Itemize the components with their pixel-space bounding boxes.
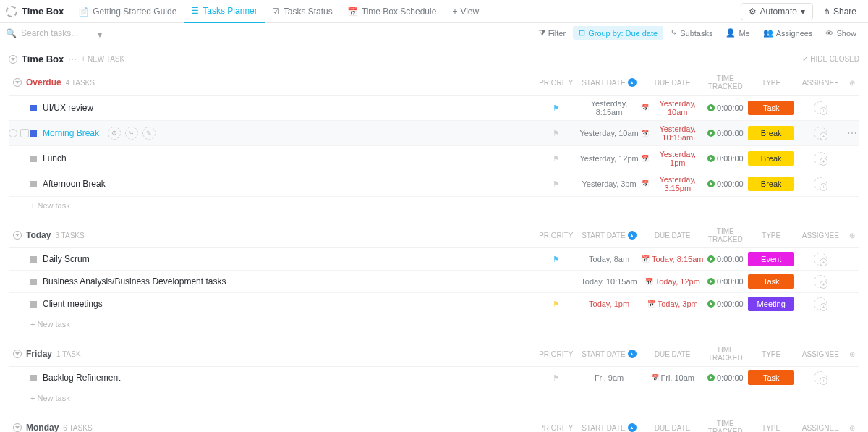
- cell-assignee[interactable]: [796, 253, 845, 266]
- task-row[interactable]: Lunch⚑Yesterday, 12pm📅Yesterday, 1pm0:00…: [9, 146, 859, 171]
- new-task-row[interactable]: + New task: [9, 389, 859, 407]
- cell-type[interactable]: Task: [746, 274, 796, 289]
- group-name[interactable]: Today: [26, 230, 51, 240]
- cell-priority[interactable]: ⚑: [535, 129, 577, 138]
- cell-due-date[interactable]: 📅Yesterday, 1pm: [641, 150, 705, 167]
- cell-due-date[interactable]: 📅Today, 12pm: [641, 277, 705, 286]
- subtask-icon[interactable]: ⤷: [125, 127, 138, 140]
- show-button[interactable]: 👁Show: [820, 27, 862, 40]
- status-square-icon[interactable]: [30, 279, 37, 285]
- cell-type[interactable]: Break: [746, 126, 796, 140]
- me-button[interactable]: 👤Me: [720, 26, 755, 40]
- play-icon[interactable]: [707, 180, 715, 187]
- cell-priority[interactable]: ⚑: [535, 154, 577, 164]
- col-priority[interactable]: PRIORITY: [535, 424, 578, 432]
- tag-icon[interactable]: ⚙: [108, 127, 121, 140]
- col-due-date[interactable]: DUE DATE: [641, 232, 705, 240]
- search-input[interactable]: [21, 28, 93, 38]
- row-select[interactable]: [9, 129, 29, 137]
- cell-type[interactable]: Break: [746, 177, 796, 191]
- task-name[interactable]: Morning Break: [43, 128, 99, 138]
- cell-type[interactable]: Task: [746, 101, 796, 115]
- flag-icon[interactable]: ⚑: [553, 129, 560, 137]
- task-name[interactable]: Backlog Refinement: [43, 373, 120, 383]
- col-due-date[interactable]: DUE DATE: [641, 350, 705, 358]
- col-assignee[interactable]: ASSIGNEE: [796, 424, 845, 432]
- hide-closed-button[interactable]: ✓HIDE CLOSED: [802, 55, 859, 63]
- cell-priority[interactable]: ⚑: [535, 300, 577, 309]
- col-due-date[interactable]: DUE DATE: [641, 424, 705, 432]
- task-row[interactable]: Daily Scrum⚑Today, 8am📅Today, 8:15am0:00…: [9, 248, 859, 271]
- edit-icon[interactable]: ✎: [142, 127, 156, 140]
- task-name[interactable]: Client meetings: [43, 299, 103, 309]
- flag-icon[interactable]: ⚑: [553, 300, 560, 308]
- cell-assignee[interactable]: [796, 127, 845, 140]
- col-assignee[interactable]: ASSIGNEE: [796, 79, 845, 87]
- col-priority[interactable]: PRIORITY: [535, 350, 578, 358]
- col-type[interactable]: TYPE: [746, 232, 796, 240]
- cell-due-date[interactable]: 📅Yesterday, 3:15pm: [641, 175, 705, 192]
- cell-assignee[interactable]: [796, 297, 845, 310]
- task-row[interactable]: Afternoon Break⚑Yesterday, 3pm📅Yesterday…: [9, 171, 859, 197]
- collapse-icon[interactable]: [13, 423, 22, 432]
- task-row[interactable]: Morning Break⚙⤷✎⚑Yesterday, 10am📅Yesterd…: [9, 121, 859, 146]
- group-by-button[interactable]: ⊞Group by: Due date: [573, 26, 663, 40]
- col-start-date[interactable]: START DATE: [577, 350, 641, 358]
- tab-time-box-schedule[interactable]: 📅Time Box Schedule: [340, 0, 444, 23]
- task-row[interactable]: UI/UX review⚑Yesterday, 8:15am📅Yesterday…: [9, 96, 859, 121]
- cell-start-date[interactable]: Yesterday, 3pm: [577, 179, 641, 188]
- status-square-icon[interactable]: [30, 301, 37, 308]
- cell-time-tracked[interactable]: 0:00:00: [705, 373, 746, 382]
- task-name[interactable]: Lunch: [43, 153, 67, 164]
- cell-priority[interactable]: ⚑: [535, 103, 577, 113]
- col-assignee[interactable]: ASSIGNEE: [796, 350, 845, 358]
- flag-icon[interactable]: ⚑: [553, 103, 560, 112]
- play-icon[interactable]: [707, 300, 715, 308]
- cell-start-date[interactable]: Today, 8am: [577, 255, 641, 263]
- col-type[interactable]: TYPE: [746, 350, 796, 358]
- add-column-button[interactable]: ⊕: [846, 424, 860, 432]
- collapse-icon[interactable]: [13, 350, 22, 358]
- cell-due-date[interactable]: 📅Yesterday, 10:15am: [641, 124, 705, 142]
- cell-start-date[interactable]: Fri, 9am: [577, 373, 641, 382]
- new-task-row[interactable]: + New task: [9, 197, 859, 214]
- new-task-row[interactable]: + New task: [9, 315, 859, 333]
- task-name[interactable]: Afternoon Break: [43, 179, 106, 189]
- cell-due-date[interactable]: 📅Fri, 10am: [641, 373, 705, 382]
- cell-more[interactable]: ⋯: [846, 127, 859, 139]
- cell-time-tracked[interactable]: 0:00:00: [705, 277, 746, 286]
- cell-time-tracked[interactable]: 0:00:00: [705, 154, 746, 163]
- col-type[interactable]: TYPE: [746, 424, 796, 432]
- task-name[interactable]: Business Analysis/Business Development t…: [43, 276, 226, 287]
- cell-time-tracked[interactable]: 0:00:00: [705, 300, 746, 308]
- cell-time-tracked[interactable]: 0:00:00: [705, 179, 746, 188]
- status-square-icon[interactable]: [30, 105, 37, 111]
- cell-type[interactable]: Task: [746, 370, 796, 385]
- col-priority[interactable]: PRIORITY: [535, 232, 578, 240]
- play-icon[interactable]: [707, 278, 715, 285]
- add-column-button[interactable]: ⊕: [846, 350, 860, 358]
- status-square-icon[interactable]: [30, 256, 37, 263]
- cell-priority[interactable]: ⚑: [535, 179, 577, 189]
- cell-assignee[interactable]: [796, 152, 845, 165]
- share-button[interactable]: ⋔Share: [817, 4, 862, 20]
- cell-start-date[interactable]: Today, 1pm: [577, 300, 641, 308]
- subtasks-button[interactable]: ⤷Subtasks: [665, 26, 718, 40]
- group-name[interactable]: Friday: [26, 349, 52, 359]
- cell-priority[interactable]: ⚑: [535, 373, 577, 383]
- cell-assignee[interactable]: [796, 371, 845, 384]
- cell-type[interactable]: Event: [746, 252, 796, 266]
- col-start-date[interactable]: START DATE: [577, 423, 641, 432]
- cell-time-tracked[interactable]: 0:00:00: [705, 255, 746, 263]
- list-menu-icon[interactable]: ⋯: [68, 54, 77, 64]
- col-type[interactable]: TYPE: [746, 79, 796, 87]
- add-column-button[interactable]: ⊕: [846, 232, 860, 240]
- flag-icon[interactable]: ⚑: [553, 255, 560, 263]
- status-square-icon[interactable]: [30, 130, 37, 137]
- collapse-icon[interactable]: [9, 55, 17, 64]
- cell-time-tracked[interactable]: 0:00:00: [705, 129, 746, 137]
- cell-assignee[interactable]: [796, 177, 845, 190]
- add-view-button[interactable]: +View: [445, 7, 486, 17]
- cell-due-date[interactable]: 📅Today, 3pm: [641, 300, 705, 308]
- task-name[interactable]: Daily Scrum: [43, 254, 90, 264]
